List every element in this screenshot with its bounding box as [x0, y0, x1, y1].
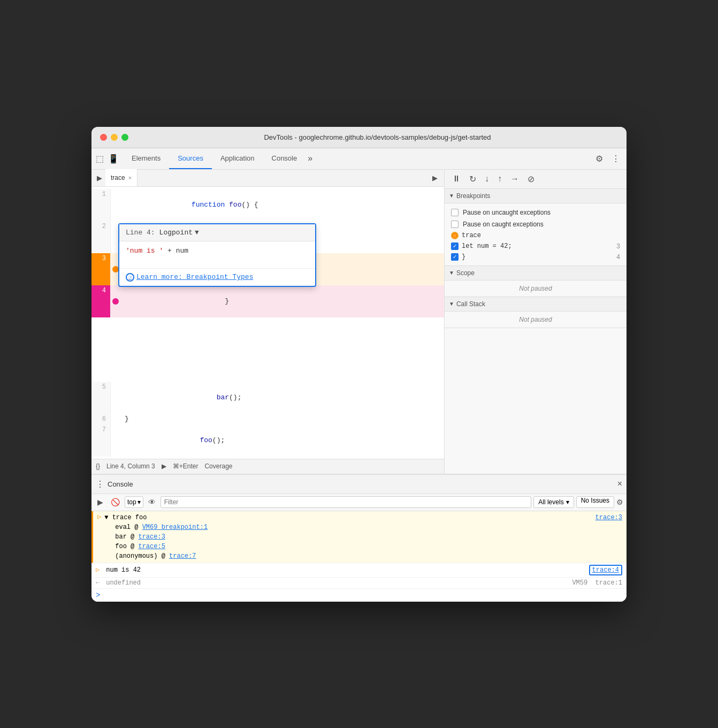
editor-tab-trace[interactable]: trace ×: [105, 169, 138, 186]
step-over-button[interactable]: ↻: [466, 172, 479, 186]
top-label: top: [127, 498, 136, 506]
line-content-6: }: [120, 414, 129, 424]
breakpoints-header[interactable]: ▼ Breakpoints: [445, 189, 627, 203]
console-close-button[interactable]: ×: [617, 479, 622, 489]
breakpoint-code-3: let num = 42;: [462, 242, 613, 250]
no-issues-button[interactable]: No Issues: [576, 496, 614, 508]
code-line-7: 7 foo();: [91, 424, 444, 457]
pause-caught-option[interactable]: Pause on caught exceptions: [445, 218, 627, 230]
console-dots-icon[interactable]: ⋮: [96, 479, 104, 489]
minimize-button[interactable]: [111, 134, 118, 141]
line-number-2: 2: [91, 221, 111, 253]
code-lines: 1 function foo() { 2 function bar(): [91, 187, 444, 459]
devtools-window: DevTools - googlechrome.github.io/devtoo…: [91, 127, 627, 602]
line-number-7: 7: [91, 424, 111, 457]
bar-link[interactable]: trace:3: [138, 533, 165, 541]
eval-link[interactable]: VM69_breakpoint:1: [142, 524, 208, 531]
output-icon: ▷: [96, 566, 100, 574]
editor-tabs: ▶ trace × ▶: [91, 170, 444, 187]
tab-application[interactable]: Application: [212, 148, 263, 169]
line-gutter-6: [111, 414, 120, 424]
scope-header[interactable]: ▼ Scope: [445, 266, 627, 280]
pause-button[interactable]: ⏸: [449, 172, 464, 186]
trace-children: eval @ VM69_breakpoint:1 bar @ trace:3 f…: [104, 522, 622, 561]
coverage-label[interactable]: Coverage: [204, 462, 232, 470]
live-expressions-button[interactable]: 👁: [146, 496, 158, 508]
logpoint-expression-input[interactable]: 'num is ' + num: [126, 247, 309, 255]
breakpoint-pink[interactable]: [112, 298, 119, 305]
pause-caught-checkbox[interactable]: [451, 221, 459, 228]
step-out-button[interactable]: ↑: [494, 172, 505, 186]
pause-uncaught-checkbox[interactable]: [451, 209, 459, 216]
logpoint-type-selector[interactable]: Logpoint ▼: [159, 229, 199, 237]
line-content-4: }: [120, 285, 229, 317]
code-line-4: 4 }: [91, 285, 444, 317]
braces-icon: {}: [96, 462, 100, 470]
trace-child-eval: eval @ VM69_breakpoint:1: [115, 522, 622, 532]
more-options-button[interactable]: ⋮: [609, 151, 622, 166]
scope-label: Scope: [456, 269, 475, 277]
console-settings-button[interactable]: ⚙: [616, 498, 623, 506]
run-icon[interactable]: ▶: [162, 462, 166, 470]
learn-more-link[interactable]: → Learn more: Breakpoint Types: [126, 273, 309, 282]
breakpoint-checked-4[interactable]: ✓: [451, 253, 459, 261]
settings-button[interactable]: ⚙: [593, 151, 605, 166]
eval-sep: @: [134, 524, 142, 531]
clear-console-button[interactable]: 🚫: [108, 496, 123, 508]
console-input[interactable]: [103, 592, 622, 599]
more-tabs-button[interactable]: »: [308, 154, 312, 163]
tabs-bar: ⬚ 📱 Elements Sources Application Console…: [91, 148, 627, 170]
call-stack-arrow: ▼: [449, 301, 454, 307]
tabs-right: ⚙ ⋮: [593, 151, 622, 166]
step-into-button[interactable]: ↓: [482, 172, 492, 186]
log-levels-button[interactable]: All levels ▾: [533, 496, 574, 508]
format-button[interactable]: {}: [96, 462, 100, 470]
scope-empty: Not paused: [445, 280, 627, 297]
close-button[interactable]: [100, 134, 107, 141]
trace-header-row: ▼ trace foo trace:3: [104, 513, 622, 522]
console-filter-input[interactable]: [161, 496, 532, 508]
foo-link[interactable]: trace:5: [138, 543, 165, 550]
show-navigator-icon[interactable]: ▶: [94, 174, 105, 182]
breakpoint-checked-3[interactable]: ✓: [451, 242, 459, 250]
maximize-button[interactable]: [121, 134, 128, 141]
breakpoints-content: Pause on uncaught exceptions Pause on ca…: [445, 203, 627, 266]
levels-dropdown-arrow: ▾: [566, 498, 569, 506]
call-stack-header[interactable]: ▼ Call Stack: [445, 297, 627, 312]
trace-source[interactable]: trace:3: [595, 513, 622, 522]
tab-close-icon[interactable]: ×: [128, 175, 132, 181]
window-title: DevTools - googlechrome.github.io/devtoo…: [137, 133, 618, 141]
tab-console[interactable]: Console: [263, 148, 306, 169]
deactivate-breakpoints-button[interactable]: ⊘: [524, 172, 538, 186]
expand-arrow[interactable]: ▼ trace foo: [104, 513, 147, 522]
cursor-icon[interactable]: ⬚: [96, 154, 104, 164]
console-panel: ⋮ Console × ▶ 🚫 top ▾ 👁 All levels ▾ No …: [91, 474, 627, 602]
device-icon[interactable]: 📱: [108, 154, 119, 164]
undefined-source[interactable]: VM59 trace:1: [572, 579, 622, 587]
show-snippets-icon[interactable]: ▶: [428, 174, 442, 182]
console-entry-trace-group: ▷ ▼ trace foo trace:3 eval @ VM69_breakp…: [91, 511, 627, 563]
left-panel: ▶ trace × ▶ 1 funct: [91, 170, 445, 474]
tab-elements[interactable]: Elements: [123, 148, 169, 169]
logpoint-popup: Line 4: Logpoint ▼ 'num is ' + num: [118, 223, 316, 287]
pause-uncaught-option[interactable]: Pause on uncaught exceptions: [445, 207, 627, 218]
console-prompt-row[interactable]: >: [91, 589, 627, 602]
log-levels-label: All levels: [538, 498, 563, 506]
console-content: ▷ ▼ trace foo trace:3 eval @ VM69_breakp…: [91, 511, 627, 602]
title-bar: DevTools - googlechrome.github.io/devtoo…: [91, 127, 627, 148]
tab-sources[interactable]: Sources: [169, 148, 212, 169]
top-context-selector[interactable]: top ▾: [125, 496, 143, 508]
line-gutter-7: [111, 424, 120, 457]
show-sidebar-button[interactable]: ▶: [95, 496, 106, 508]
undefined-text: undefined: [106, 579, 141, 587]
debugger-toolbar: ⏸ ↻ ↓ ↑ → ⊘: [445, 170, 627, 189]
breakpoint-item-3: ✓ let num = 42; 3: [445, 241, 627, 252]
output-source[interactable]: trace:4: [589, 565, 622, 575]
logpoint-header: Line 4: Logpoint ▼: [119, 224, 315, 241]
step-button[interactable]: →: [507, 172, 522, 186]
anon-link[interactable]: trace:7: [169, 552, 196, 560]
trace-child-bar: bar @ trace:3: [115, 532, 622, 542]
foo-sep: @: [131, 543, 138, 550]
logpoint-dropdown-arrow[interactable]: ▼: [195, 229, 199, 237]
logpoint-input-area[interactable]: 'num is ' + num: [119, 241, 315, 268]
